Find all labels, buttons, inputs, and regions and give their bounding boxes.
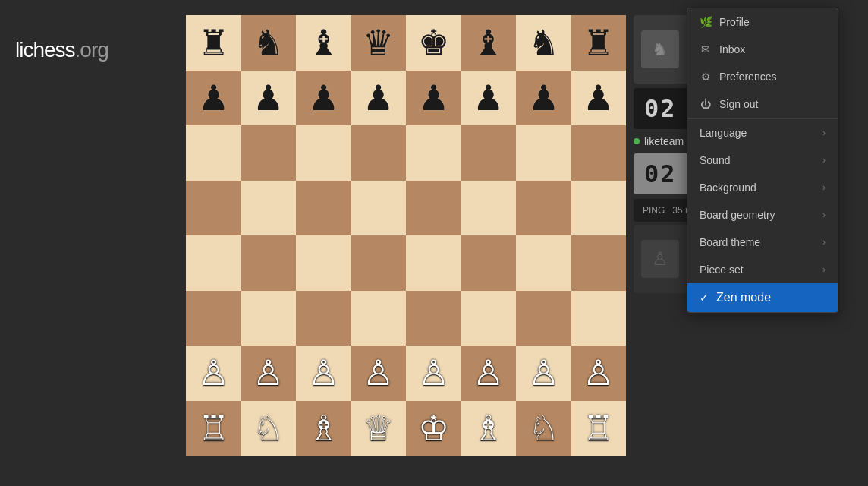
square-6-5[interactable]: ♙ bbox=[461, 346, 517, 401]
square-1-2[interactable]: ♟ bbox=[296, 71, 351, 126]
square-4-5[interactable] bbox=[461, 235, 517, 291]
square-4-6[interactable] bbox=[516, 235, 571, 291]
square-2-2[interactable] bbox=[296, 125, 351, 181]
piece: ♚ bbox=[418, 25, 449, 60]
square-3-6[interactable] bbox=[516, 181, 571, 236]
square-6-4[interactable]: ♙ bbox=[406, 346, 461, 401]
square-7-6[interactable]: ♘ bbox=[516, 401, 571, 456]
piece: ♔ bbox=[418, 411, 449, 446]
square-0-7[interactable]: ♜ bbox=[571, 15, 627, 71]
square-1-4[interactable]: ♟ bbox=[406, 71, 461, 126]
background-label: Background bbox=[700, 181, 756, 194]
square-6-7[interactable]: ♙ bbox=[571, 346, 627, 401]
piece: ♞ bbox=[528, 25, 559, 60]
inbox-icon: ✉ bbox=[700, 43, 712, 55]
piece: ♝ bbox=[308, 25, 339, 60]
square-4-1[interactable] bbox=[241, 235, 297, 291]
square-1-0[interactable]: ♟ bbox=[186, 71, 241, 126]
square-4-3[interactable] bbox=[351, 235, 407, 291]
dropdown-menu: 🌿 Profile ✉ Inbox ⚙ Preferences ⏻ Sign o… bbox=[687, 8, 838, 313]
square-3-7[interactable] bbox=[571, 181, 627, 236]
square-7-7[interactable]: ♖ bbox=[571, 401, 627, 456]
language-label: Language bbox=[700, 127, 747, 139]
menu-item-profile[interactable]: 🌿 Profile bbox=[687, 8, 838, 36]
my-avatar: ♙ bbox=[641, 240, 679, 278]
square-7-3[interactable]: ♕ bbox=[351, 401, 407, 456]
square-0-2[interactable]: ♝ bbox=[296, 15, 351, 71]
piece: ♙ bbox=[253, 355, 284, 390]
square-7-1[interactable]: ♘ bbox=[241, 401, 297, 456]
square-5-2[interactable] bbox=[296, 291, 351, 346]
sound-chevron-icon: › bbox=[822, 155, 826, 166]
square-1-6[interactable]: ♟ bbox=[516, 71, 571, 126]
square-6-1[interactable]: ♙ bbox=[241, 346, 297, 401]
square-3-3[interactable] bbox=[351, 181, 407, 236]
square-3-4[interactable] bbox=[406, 181, 461, 236]
square-0-3[interactable]: ♛ bbox=[351, 15, 407, 71]
square-0-6[interactable]: ♞ bbox=[516, 15, 571, 71]
square-6-3[interactable]: ♙ bbox=[351, 346, 407, 401]
profile-icon: 🌿 bbox=[700, 16, 712, 28]
square-5-5[interactable] bbox=[461, 291, 517, 346]
square-6-0[interactable]: ♙ bbox=[186, 346, 241, 401]
language-chevron-icon: › bbox=[822, 128, 826, 138]
square-1-1[interactable]: ♟ bbox=[241, 71, 297, 126]
square-6-2[interactable]: ♙ bbox=[296, 346, 351, 401]
piece: ♗ bbox=[473, 411, 504, 446]
menu-item-board-theme[interactable]: Board theme › bbox=[687, 229, 838, 256]
square-0-1[interactable]: ♞ bbox=[241, 15, 297, 71]
menu-item-sound[interactable]: Sound › bbox=[687, 147, 838, 174]
square-0-4[interactable]: ♚ bbox=[406, 15, 461, 71]
square-3-5[interactable] bbox=[461, 181, 517, 236]
chess-board[interactable]: ♜♞♝♛♚♝♞♜♟♟♟♟♟♟♟♟♙♙♙♙♙♙♙♙♖♘♗♕♔♗♘♖ bbox=[186, 15, 626, 456]
square-3-1[interactable] bbox=[241, 181, 297, 236]
menu-sub-section: Language › Sound › Background › Board ge… bbox=[687, 118, 838, 283]
square-5-6[interactable] bbox=[516, 291, 571, 346]
square-1-7[interactable]: ♟ bbox=[571, 71, 627, 126]
piece: ♟ bbox=[198, 80, 229, 115]
menu-item-preferences[interactable]: ⚙ Preferences bbox=[687, 63, 838, 90]
piece: ♟ bbox=[473, 80, 504, 115]
square-5-1[interactable] bbox=[241, 291, 297, 346]
square-4-0[interactable] bbox=[186, 235, 241, 291]
menu-item-inbox[interactable]: ✉ Inbox bbox=[687, 36, 838, 63]
square-7-2[interactable]: ♗ bbox=[296, 401, 351, 456]
menu-item-signout[interactable]: ⏻ Sign out bbox=[687, 90, 838, 118]
square-5-4[interactable] bbox=[406, 291, 461, 346]
piece: ♘ bbox=[528, 411, 559, 446]
square-5-3[interactable] bbox=[351, 291, 407, 346]
square-4-7[interactable] bbox=[571, 235, 627, 291]
menu-top-section: 🌿 Profile ✉ Inbox ⚙ Preferences ⏻ Sign o… bbox=[687, 8, 838, 118]
square-7-0[interactable]: ♖ bbox=[186, 401, 241, 456]
square-2-6[interactable] bbox=[516, 125, 571, 181]
square-1-3[interactable]: ♟ bbox=[351, 71, 407, 126]
square-3-2[interactable] bbox=[296, 181, 351, 236]
zen-check-icon: ✓ bbox=[700, 292, 709, 304]
square-2-7[interactable] bbox=[571, 125, 627, 181]
square-2-3[interactable] bbox=[351, 125, 407, 181]
signout-label: Sign out bbox=[719, 98, 758, 110]
board-geometry-chevron-icon: › bbox=[822, 210, 826, 220]
square-2-5[interactable] bbox=[461, 125, 517, 181]
menu-item-piece-set[interactable]: Piece set › bbox=[687, 256, 838, 283]
square-5-7[interactable] bbox=[571, 291, 627, 346]
square-4-4[interactable] bbox=[406, 235, 461, 291]
square-0-5[interactable]: ♝ bbox=[461, 15, 517, 71]
square-7-4[interactable]: ♔ bbox=[406, 401, 461, 456]
menu-item-background[interactable]: Background › bbox=[687, 174, 838, 201]
square-3-0[interactable] bbox=[186, 181, 241, 236]
square-2-4[interactable] bbox=[406, 125, 461, 181]
square-2-1[interactable] bbox=[241, 125, 297, 181]
square-1-5[interactable]: ♟ bbox=[461, 71, 517, 126]
piece: ♙ bbox=[583, 355, 614, 390]
square-7-5[interactable]: ♗ bbox=[461, 401, 517, 456]
preferences-label: Preferences bbox=[719, 71, 776, 83]
square-5-0[interactable] bbox=[186, 291, 241, 346]
square-0-0[interactable]: ♜ bbox=[186, 15, 241, 71]
menu-item-language[interactable]: Language › bbox=[687, 119, 838, 147]
menu-item-board-geometry[interactable]: Board geometry › bbox=[687, 201, 838, 229]
square-6-6[interactable]: ♙ bbox=[516, 346, 571, 401]
menu-item-zen-mode[interactable]: ✓ Zen mode bbox=[687, 283, 838, 312]
square-4-2[interactable] bbox=[296, 235, 351, 291]
square-2-0[interactable] bbox=[186, 125, 241, 181]
